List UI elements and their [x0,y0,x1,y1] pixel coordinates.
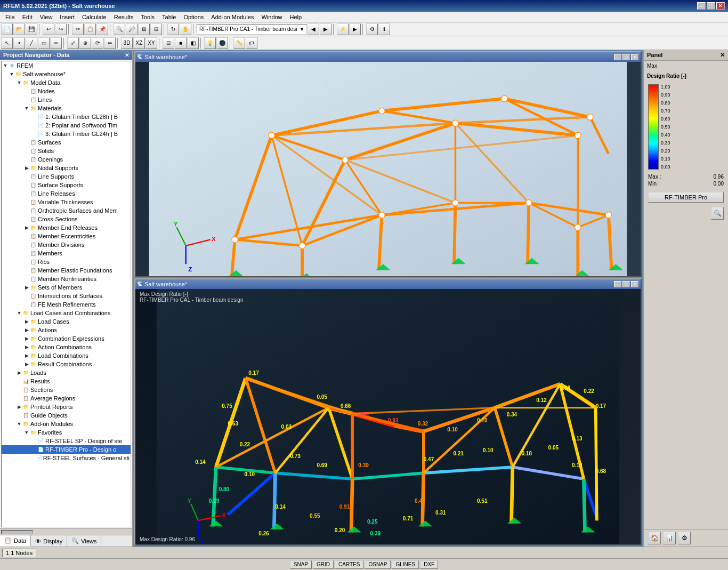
tb2-light[interactable]: 💡 [204,37,216,49]
tree-rf-steel-sp[interactable]: 📄 RF-STEEL SP - Design of ste [2,437,131,445]
menu-insert[interactable]: Insert [56,13,78,21]
viewport-top-content[interactable]: X Y Z [135,62,641,276]
tb2-copy[interactable]: ⊕ [79,37,91,49]
tb2-line[interactable]: ╱ [26,37,37,49]
viewport-bottom-content[interactable]: Max Design Ratio [-] RF-TIMBER Pro CA1 -… [135,289,641,544]
tb-run[interactable]: ▶ [349,23,361,35]
menu-window[interactable]: Window [258,13,285,21]
tree-intersections[interactable]: 📋 Intersections of Surfaces [2,292,131,300]
tree-member-nonlinearities[interactable]: 📋 Member Nonlinearities [2,275,131,283]
tb2-solid[interactable]: ■ [175,37,187,49]
tb-undo[interactable]: ↩ [43,23,54,35]
tb-zoom-window[interactable]: ⊟ [150,23,162,35]
tb2-rotate[interactable]: ⟳ [92,37,103,49]
tree-action-combinations[interactable]: ▶ 📁 Action Combinations [2,343,131,351]
menu-file[interactable]: File [2,13,18,21]
snap-btn[interactable]: SNAP [290,560,312,569]
tb2-node[interactable]: • [13,37,25,49]
rf-timber-pro-button[interactable]: RF-TIMBER Pro [648,192,724,203]
tb-copy[interactable]: 📋 [84,23,96,35]
tb-calculate[interactable]: ⚡ [337,23,349,35]
tb2-transparent[interactable]: ◧ [187,37,199,49]
tb-cut[interactable]: ✂ [72,23,84,35]
tb2-view-xyz[interactable]: 3D [121,37,133,49]
tree-result-combinations[interactable]: ▶ 📁 Result Combinations [2,360,131,368]
tree-model-data[interactable]: ▼ 📁 Model Data [2,78,131,87]
menu-addon[interactable]: Add-on Modules [208,13,257,21]
tb-zoom-in[interactable]: 🔍 [114,23,125,35]
nav-tree[interactable]: ▼ 🖥 RFEM ▼ 📁 Salt warehouse* ▼ 📁 Model D… [1,61,131,527]
tree-materials[interactable]: ▼ 📁 Materials [2,104,131,113]
vp-close-btn[interactable]: ✕ [631,54,638,60]
tb-open[interactable]: 📂 [13,23,25,35]
tb2-measure[interactable]: 📏 [233,37,245,49]
nav-hscroll[interactable] [0,528,132,535]
tree-rf-timber-pro[interactable]: 📄 RF-TIMBER Pro - Design o [2,445,131,454]
menu-results[interactable]: Results [111,13,137,21]
tree-line-supports[interactable]: 📋 Line Supports [2,172,131,181]
tb2-view-xz[interactable]: XZ [133,37,145,49]
tb-new[interactable]: 📄 [1,23,13,35]
tree-guide-objects[interactable]: 📋 Guide Objects [2,411,131,420]
vp2-minimize-btn[interactable]: — [614,281,621,287]
tb2-mirror[interactable]: ⇔ [104,37,116,49]
menu-help[interactable]: Help [287,13,305,21]
tb-info[interactable]: ℹ [378,23,390,35]
tb2-label[interactable]: 🏷 [246,37,257,49]
vp2-close-btn[interactable]: ✕ [631,281,638,287]
tb-redo[interactable]: ↪ [55,23,67,35]
tree-cross-sections[interactable]: 📋 Cross-Sections [2,215,131,223]
tab-display[interactable]: 👁 Display [31,535,67,547]
tree-load-cases-comb[interactable]: ▼ 📁 Load Cases and Combinations [2,309,131,317]
tree-actions[interactable]: ▶ 📁 Actions [2,326,131,334]
tree-nodal-supports[interactable]: ▶ 📁 Nodal Supports [2,164,131,172]
minimize-btn[interactable]: — [697,2,706,10]
tree-surfaces[interactable]: 📋 Surfaces [2,138,131,147]
tb-prev[interactable]: ◀ [308,23,319,35]
tab-views[interactable]: 🔍 Views [67,535,101,547]
nav-close-btn[interactable]: ✕ [125,52,129,58]
dxf-btn[interactable]: DXF [420,560,438,569]
tree-favorites[interactable]: ▼ 📁 Favorites [2,428,131,437]
tree-surface-supports[interactable]: 📋 Surface Supports [2,181,131,189]
tb-rotate[interactable]: ↻ [167,23,179,35]
glines-btn[interactable]: GLINES [392,560,419,569]
menu-edit[interactable]: Edit [19,13,36,21]
close-btn[interactable]: ✕ [716,2,725,10]
tb-zoom-out[interactable]: 🔎 [126,23,137,35]
vp-maximize-btn[interactable]: □ [622,54,630,60]
tree-project[interactable]: ▼ 📁 Salt warehouse* [2,70,131,78]
tree-sets-of-members[interactable]: ▶ 📁 Sets of Members [2,283,131,292]
tab-data[interactable]: 📋 Data [0,535,31,547]
tree-member-eccentricities[interactable]: 📋 Member Eccentricities [2,232,131,240]
tree-member-end-releases[interactable]: ▶ 📁 Member End Releases [2,223,131,232]
tree-openings[interactable]: 📋 Openings [2,155,131,164]
menu-calculate[interactable]: Calculate [79,13,110,21]
tree-lines[interactable]: 📋 Lines [2,95,131,104]
tree-nodes[interactable]: 📋 Nodes [2,87,131,95]
tree-member-elastic-foundations[interactable]: 📋 Member Elastic Foundations [2,266,131,275]
tb-pan[interactable]: ✋ [180,23,191,35]
maximize-btn[interactable]: □ [707,2,715,10]
cartes-btn[interactable]: CARTES [335,560,363,569]
tree-results[interactable]: 📊 Results [2,377,131,386]
tree-sections[interactable]: 📋 Sections [2,386,131,394]
tree-mat1[interactable]: 📄 1: Glulam Timber GL28h | B [2,113,131,121]
tree-combination-expressions[interactable]: ▶ 📁 Combination Expressions [2,334,131,343]
tb-zoom-all[interactable]: ⊞ [138,23,150,35]
tree-addon-modules[interactable]: ▼ 📁 Add-on Modules [2,420,131,428]
tree-members[interactable]: 📋 Members [2,249,131,258]
tree-loads[interactable]: ▶ 📁 Loads [2,368,131,377]
menu-view[interactable]: View [37,13,56,21]
menu-tools[interactable]: Tools [137,13,158,21]
tree-variable-thicknesses[interactable]: 📋 Variable Thicknesses [2,198,131,206]
tree-member-divisions[interactable]: 📋 Member Divisions [2,240,131,249]
tb-settings[interactable]: ⚙ [366,23,378,35]
panel-close-btn[interactable]: ✕ [720,52,725,59]
tree-ribs[interactable]: 📋 Ribs [2,258,131,266]
tb2-wireframe[interactable]: ⊡ [163,37,174,49]
hscroll-thumb[interactable] [1,530,33,534]
menu-table[interactable]: Table [159,13,179,21]
tb2-shadow[interactable]: 🌑 [216,37,228,49]
tree-orthotropic[interactable]: 📋 Orthotropic Surfaces and Mem [2,206,131,215]
